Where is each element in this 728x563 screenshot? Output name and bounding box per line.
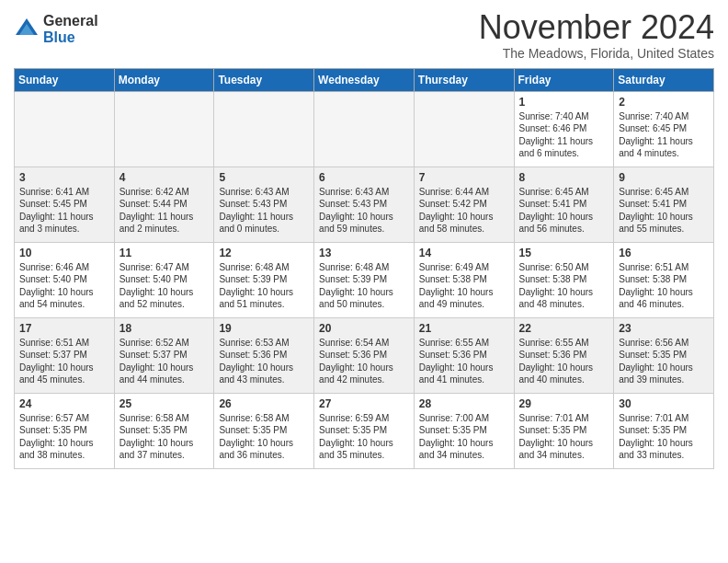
day-info: Sunrise: 6:49 AM Sunset: 5:38 PM Dayligh…	[419, 261, 509, 311]
day-number: 13	[319, 247, 409, 259]
weekday-header-row: SundayMondayTuesdayWednesdayThursdayFrid…	[15, 68, 714, 91]
calendar-cell: 21Sunrise: 6:55 AM Sunset: 5:36 PM Dayli…	[414, 317, 514, 393]
day-info: Sunrise: 7:01 AM Sunset: 5:35 PM Dayligh…	[519, 412, 609, 462]
day-info: Sunrise: 6:45 AM Sunset: 5:41 PM Dayligh…	[619, 186, 709, 236]
day-info: Sunrise: 6:47 AM Sunset: 5:40 PM Dayligh…	[119, 261, 210, 311]
day-info: Sunrise: 6:48 AM Sunset: 5:39 PM Dayligh…	[219, 261, 309, 311]
day-info: Sunrise: 6:54 AM Sunset: 5:36 PM Dayligh…	[319, 337, 409, 386]
day-info: Sunrise: 6:56 AM Sunset: 5:35 PM Dayligh…	[619, 337, 709, 386]
calendar-cell: 28Sunrise: 7:00 AM Sunset: 5:35 PM Dayli…	[414, 393, 514, 468]
calendar-cell: 19Sunrise: 6:53 AM Sunset: 5:36 PM Dayli…	[214, 317, 314, 393]
day-info: Sunrise: 7:40 AM Sunset: 6:46 PM Dayligh…	[519, 110, 609, 160]
weekday-header-monday: Monday	[114, 68, 214, 91]
day-info: Sunrise: 7:00 AM Sunset: 5:35 PM Dayligh…	[419, 412, 509, 462]
calendar-cell	[314, 91, 415, 167]
day-number: 28	[419, 397, 509, 410]
day-number: 7	[419, 171, 509, 184]
calendar-week-row: 17Sunrise: 6:51 AM Sunset: 5:37 PM Dayli…	[15, 317, 714, 393]
calendar-cell: 16Sunrise: 6:51 AM Sunset: 5:38 PM Dayli…	[614, 242, 714, 317]
day-info: Sunrise: 6:53 AM Sunset: 5:36 PM Dayligh…	[219, 337, 309, 386]
logo-general-text: General	[43, 13, 98, 29]
calendar-cell: 3Sunrise: 6:41 AM Sunset: 5:45 PM Daylig…	[15, 167, 115, 242]
weekday-header-thursday: Thursday	[414, 68, 514, 91]
calendar-cell: 11Sunrise: 6:47 AM Sunset: 5:40 PM Dayli…	[114, 242, 214, 317]
calendar-cell: 25Sunrise: 6:58 AM Sunset: 5:35 PM Dayli…	[114, 393, 214, 468]
calendar-cell: 17Sunrise: 6:51 AM Sunset: 5:37 PM Dayli…	[15, 317, 115, 393]
day-number: 30	[619, 397, 709, 410]
day-number: 3	[19, 171, 109, 184]
calendar-cell: 27Sunrise: 6:59 AM Sunset: 5:35 PM Dayli…	[314, 393, 415, 468]
day-info: Sunrise: 6:55 AM Sunset: 5:36 PM Dayligh…	[519, 337, 609, 386]
day-number: 16	[619, 247, 709, 259]
calendar-cell	[114, 91, 214, 167]
day-info: Sunrise: 6:55 AM Sunset: 5:36 PM Dayligh…	[419, 337, 509, 386]
logo-blue-text: Blue	[43, 29, 98, 46]
day-number: 1	[519, 96, 609, 109]
calendar-cell: 2Sunrise: 7:40 AM Sunset: 6:45 PM Daylig…	[614, 91, 714, 167]
day-info: Sunrise: 6:57 AM Sunset: 5:35 PM Dayligh…	[19, 412, 109, 462]
calendar-cell: 1Sunrise: 7:40 AM Sunset: 6:46 PM Daylig…	[514, 91, 614, 167]
weekday-header-tuesday: Tuesday	[214, 68, 314, 91]
calendar-cell: 29Sunrise: 7:01 AM Sunset: 5:35 PM Dayli…	[514, 393, 614, 468]
calendar-cell: 12Sunrise: 6:48 AM Sunset: 5:39 PM Dayli…	[214, 242, 314, 317]
day-number: 20	[319, 322, 409, 335]
day-info: Sunrise: 6:51 AM Sunset: 5:37 PM Dayligh…	[19, 337, 109, 386]
calendar-cell: 18Sunrise: 6:52 AM Sunset: 5:37 PM Dayli…	[114, 317, 214, 393]
location-subtitle: The Meadows, Florida, United States	[479, 46, 714, 61]
day-number: 18	[119, 322, 210, 335]
logo: General Blue	[14, 13, 98, 45]
calendar-week-row: 1Sunrise: 7:40 AM Sunset: 6:46 PM Daylig…	[15, 91, 714, 167]
calendar-week-row: 3Sunrise: 6:41 AM Sunset: 5:45 PM Daylig…	[15, 167, 714, 242]
calendar-cell: 8Sunrise: 6:45 AM Sunset: 5:41 PM Daylig…	[514, 167, 614, 242]
weekday-header-friday: Friday	[514, 68, 614, 91]
day-info: Sunrise: 6:46 AM Sunset: 5:40 PM Dayligh…	[19, 261, 109, 311]
day-number: 2	[619, 96, 709, 109]
calendar-cell: 15Sunrise: 6:50 AM Sunset: 5:38 PM Dayli…	[514, 242, 614, 317]
day-number: 17	[19, 322, 109, 335]
day-info: Sunrise: 6:42 AM Sunset: 5:44 PM Dayligh…	[119, 186, 210, 236]
calendar-cell: 14Sunrise: 6:49 AM Sunset: 5:38 PM Dayli…	[414, 242, 514, 317]
day-number: 15	[519, 247, 609, 259]
calendar-cell: 10Sunrise: 6:46 AM Sunset: 5:40 PM Dayli…	[15, 242, 115, 317]
day-number: 19	[219, 322, 309, 335]
day-number: 14	[419, 247, 509, 259]
calendar-cell: 22Sunrise: 6:55 AM Sunset: 5:36 PM Dayli…	[514, 317, 614, 393]
day-number: 29	[519, 397, 609, 410]
day-info: Sunrise: 6:51 AM Sunset: 5:38 PM Dayligh…	[619, 261, 709, 311]
weekday-header-wednesday: Wednesday	[314, 68, 415, 91]
day-number: 12	[219, 247, 309, 259]
day-number: 6	[319, 171, 409, 184]
day-info: Sunrise: 6:41 AM Sunset: 5:45 PM Dayligh…	[19, 186, 109, 236]
weekday-header-saturday: Saturday	[614, 68, 714, 91]
calendar-cell: 30Sunrise: 7:01 AM Sunset: 5:35 PM Dayli…	[614, 393, 714, 468]
day-info: Sunrise: 7:40 AM Sunset: 6:45 PM Dayligh…	[619, 110, 709, 160]
day-info: Sunrise: 6:44 AM Sunset: 5:42 PM Dayligh…	[419, 186, 509, 236]
day-info: Sunrise: 6:43 AM Sunset: 5:43 PM Dayligh…	[319, 186, 409, 236]
day-info: Sunrise: 6:58 AM Sunset: 5:35 PM Dayligh…	[219, 412, 309, 462]
month-title: November 2024	[479, 9, 714, 46]
calendar-week-row: 24Sunrise: 6:57 AM Sunset: 5:35 PM Dayli…	[15, 393, 714, 468]
day-info: Sunrise: 6:43 AM Sunset: 5:43 PM Dayligh…	[219, 186, 309, 236]
day-number: 24	[19, 397, 109, 410]
day-number: 23	[619, 322, 709, 335]
day-info: Sunrise: 6:52 AM Sunset: 5:37 PM Dayligh…	[119, 337, 210, 386]
day-info: Sunrise: 6:50 AM Sunset: 5:38 PM Dayligh…	[519, 261, 609, 311]
day-number: 10	[19, 247, 109, 259]
calendar-cell: 9Sunrise: 6:45 AM Sunset: 5:41 PM Daylig…	[614, 167, 714, 242]
day-number: 5	[219, 171, 309, 184]
day-number: 26	[219, 397, 309, 410]
title-section: November 2024 The Meadows, Florida, Unit…	[479, 9, 714, 61]
day-number: 22	[519, 322, 609, 335]
calendar-cell: 5Sunrise: 6:43 AM Sunset: 5:43 PM Daylig…	[214, 167, 314, 242]
day-number: 9	[619, 171, 709, 184]
calendar-cell: 20Sunrise: 6:54 AM Sunset: 5:36 PM Dayli…	[314, 317, 415, 393]
calendar-cell: 24Sunrise: 6:57 AM Sunset: 5:35 PM Dayli…	[15, 393, 115, 468]
day-info: Sunrise: 7:01 AM Sunset: 5:35 PM Dayligh…	[619, 412, 709, 462]
calendar-cell: 13Sunrise: 6:48 AM Sunset: 5:39 PM Dayli…	[314, 242, 415, 317]
day-number: 8	[519, 171, 609, 184]
calendar-cell: 26Sunrise: 6:58 AM Sunset: 5:35 PM Dayli…	[214, 393, 314, 468]
calendar-cell: 6Sunrise: 6:43 AM Sunset: 5:43 PM Daylig…	[314, 167, 415, 242]
calendar-cell	[214, 91, 314, 167]
calendar-cell	[414, 91, 514, 167]
day-info: Sunrise: 6:59 AM Sunset: 5:35 PM Dayligh…	[319, 412, 409, 462]
